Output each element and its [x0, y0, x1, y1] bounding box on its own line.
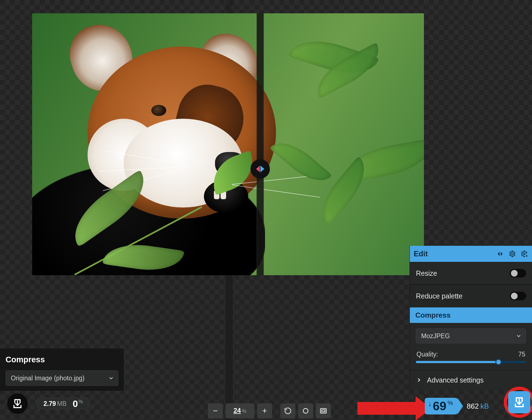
svg-point-4: [511, 253, 513, 255]
circle-icon: [302, 407, 309, 414]
annotation-arrow: [357, 396, 431, 420]
source-select-value: Original Image (photo.jpg): [11, 375, 85, 382]
quality-value: 75: [518, 351, 525, 358]
quality-label: Quality:: [416, 351, 438, 358]
plus-icon: +: [262, 406, 267, 416]
compress-section-title: Compress: [415, 311, 451, 320]
quality-row: Quality: 75: [416, 351, 525, 358]
codec-select[interactable]: MozJPEG: [416, 328, 526, 343]
rotate-icon: [284, 407, 292, 415]
zoom-in-button[interactable]: +: [257, 403, 272, 418]
resize-row: Resize: [410, 262, 532, 285]
compress-body: MozJPEG Quality: 75: [410, 323, 532, 370]
source-select[interactable]: Original Image (photo.jpg): [6, 370, 118, 386]
background-toggle-button[interactable]: [298, 403, 313, 418]
chevron-down-icon: [516, 333, 522, 339]
down-arrow-icon: ↓: [428, 399, 432, 408]
edit-title: Edit: [414, 250, 428, 258]
svg-rect-2: [321, 409, 326, 413]
svg-point-1: [303, 408, 308, 413]
savings-value: 69: [433, 400, 446, 412]
original-change-value: 0: [73, 399, 78, 408]
zoom-value: 24: [234, 407, 241, 414]
reduce-palette-toggle[interactable]: [510, 292, 526, 300]
advanced-settings-toggle[interactable]: Advanced settings: [410, 370, 532, 390]
svg-point-5: [523, 253, 525, 255]
savings-badge: ↓ 69 %: [425, 398, 457, 414]
original-size-unit: MB: [57, 400, 67, 407]
zoom-input[interactable]: 24 %: [226, 403, 254, 418]
chevron-down-icon: [108, 375, 114, 381]
compare-toggle-button[interactable]: [497, 250, 504, 257]
zoom-out-button[interactable]: −: [208, 403, 223, 418]
compress-section-header: Compress: [410, 307, 532, 323]
rotate-button[interactable]: [280, 403, 295, 418]
edit-sidebar: Edit Resize Reduce palette Compress MozJ…: [410, 246, 532, 390]
original-stats: 2.79MB 0%: [37, 398, 89, 409]
compare-divider[interactable]: [257, 13, 264, 275]
resize-toggle[interactable]: [510, 269, 526, 277]
compare-icon: [497, 250, 504, 257]
result-size-unit: kB: [480, 402, 489, 410]
codec-value: MozJPEG: [421, 332, 450, 340]
savings-unit: %: [447, 399, 453, 407]
download-result-button[interactable]: [508, 391, 530, 413]
left-compress-panel: Compress Original Image (photo.jpg): [0, 348, 124, 391]
fit-screen-icon: [319, 407, 327, 415]
triangle-right-icon: [260, 166, 264, 172]
quality-slider[interactable]: [416, 361, 526, 363]
advanced-settings-label: Advanced settings: [427, 376, 484, 384]
result-size-value: 862: [467, 402, 479, 410]
copy-settings-button[interactable]: [509, 250, 516, 257]
compare-handle[interactable]: [250, 159, 270, 179]
svg-rect-3: [322, 410, 325, 412]
zoom-toolbar: − 24 % +: [208, 403, 331, 418]
left-section-title: Compress: [6, 355, 118, 364]
panda-eye: [151, 105, 166, 116]
minus-icon: −: [213, 406, 218, 416]
download-icon: [513, 396, 525, 408]
zoom-unit: %: [242, 408, 246, 414]
bamboo-leaf: [270, 133, 332, 190]
original-size-value: 2.79: [44, 400, 56, 407]
download-icon: [12, 398, 23, 409]
image-compare-preview[interactable]: [32, 13, 424, 275]
triangle-left-icon: [256, 166, 260, 172]
original-change-unit: %: [78, 399, 83, 405]
download-original-button[interactable]: [7, 393, 28, 414]
result-stats: ↓ 69 % 862kB: [425, 398, 489, 414]
import-settings-button[interactable]: [521, 250, 528, 257]
chevron-right-icon: [416, 377, 422, 383]
edit-header: Edit: [410, 246, 532, 262]
fit-screen-button[interactable]: [316, 403, 331, 418]
gear-icon: [509, 250, 516, 257]
reduce-palette-label: Reduce palette: [416, 292, 462, 300]
gear-plus-icon: [521, 250, 528, 257]
resize-label: Resize: [416, 269, 437, 277]
reduce-palette-row: Reduce palette: [410, 285, 532, 307]
slider-thumb[interactable]: [495, 359, 502, 365]
